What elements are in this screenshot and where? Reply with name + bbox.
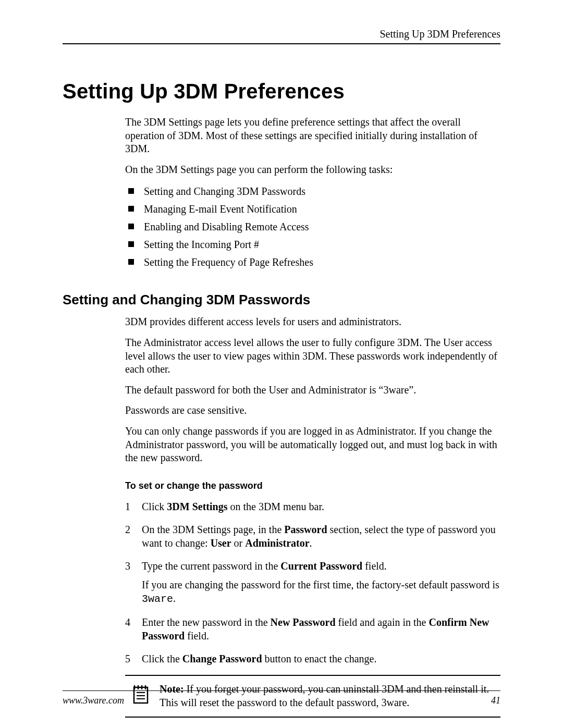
step-text: Type the current password in the [142,560,280,572]
page-number: 41 [491,695,500,706]
step-2: On the 3DM Settings page, in the Passwor… [125,523,500,550]
passwords-p3: The default password for both the User a… [125,384,500,397]
step-text: button to enact the change. [262,653,377,664]
intro-paragraph-1: The 3DM Settings page lets you define pr… [125,116,500,156]
step-code: 3ware [142,593,173,605]
step-subtext: . [173,593,176,604]
page-footer: www.3ware.com 41 [63,690,500,706]
procedure-heading: To set or change the password [125,480,500,491]
step-text: On the 3DM Settings page, in the [142,524,284,535]
passwords-p1: 3DM provides different access levels for… [125,315,500,329]
step-text: field and again in the [336,616,429,628]
page-title: Setting Up 3DM Preferences [63,80,500,103]
step-bold: Change Password [182,653,262,664]
task-item: Setting the Frequency of Page Refreshes [125,254,500,270]
page: Setting Up 3DM Preferences Setting Up 3D… [0,0,563,728]
step-text: field. [185,630,209,641]
step-text: Click the [142,653,182,664]
step-text: field. [362,560,387,572]
section-title-passwords: Setting and Changing 3DM Passwords [63,292,500,308]
step-text: on the 3DM menu bar. [227,501,324,512]
procedure-steps: Click 3DM Settings on the 3DM menu bar. … [125,500,500,665]
task-item: Managing E-mail Event Notification [125,201,500,217]
step-bold: 3DM Settings [167,501,227,512]
running-header: Setting Up 3DM Preferences [63,28,500,44]
passwords-p2: The Administrator access level allows th… [125,336,500,376]
step-text: Enter the new password in the [142,616,271,628]
step-text: . [310,537,312,549]
passwords-p4: Passwords are case sensitive. [125,404,500,417]
passwords-p5: You can only change passwords if you are… [125,425,500,465]
step-3: Type the current password in the Current… [125,559,500,606]
step-bold: Current Password [280,560,362,572]
step-bold: User [211,537,231,549]
step-text: Click [142,501,167,512]
step-bold: Administrator [245,537,309,549]
step-4: Enter the new password in the New Passwo… [125,615,500,643]
task-item: Setting the Incoming Port # [125,237,500,252]
task-item: Enabling and Disabling Remote Access [125,219,500,235]
task-item: Setting and Changing 3DM Passwords [125,183,500,199]
intro-block: The 3DM Settings page lets you define pr… [125,116,500,270]
intro-paragraph-2: On the 3DM Settings page you can perform… [125,163,500,177]
step-bold: Password [284,524,327,535]
footer-url: www.3ware.com [63,695,124,706]
step-5: Click the Change Password button to enac… [125,652,500,665]
task-list: Setting and Changing 3DM Passwords Manag… [125,183,500,270]
step-1: Click 3DM Settings on the 3DM menu bar. [125,500,500,513]
step-text: or [231,537,246,549]
passwords-block: 3DM provides different access levels for… [125,315,500,717]
step-bold: New Password [271,616,336,628]
step-subtext: If you are changing the password for the… [142,579,499,590]
